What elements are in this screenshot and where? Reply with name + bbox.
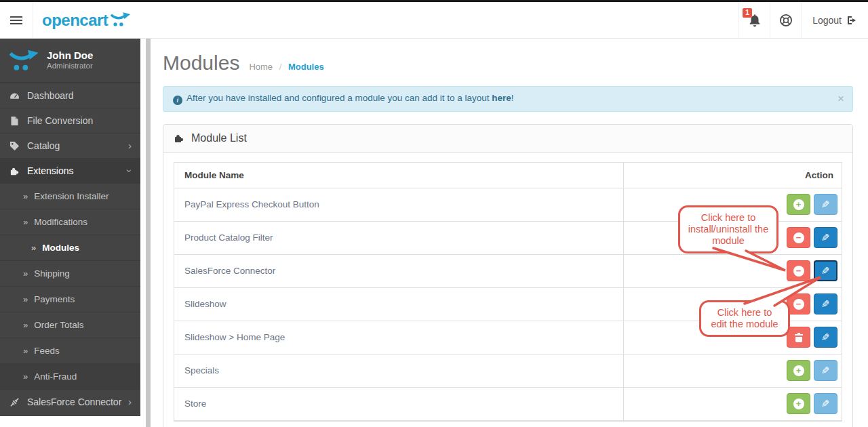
puzzle-icon bbox=[174, 133, 184, 144]
callout-install-uninstall: Click here to install/uninstall the modu… bbox=[678, 205, 778, 253]
double-arrow-icon: » bbox=[23, 371, 28, 382]
cart-swoosh-icon bbox=[111, 11, 131, 27]
delete-module-button[interactable] bbox=[787, 327, 810, 348]
info-icon: i bbox=[173, 96, 182, 105]
sidebar-item-file-conversion[interactable]: File Conversion bbox=[0, 108, 140, 133]
breadcrumb: Home / Modules bbox=[249, 62, 323, 72]
minus-circle-icon: − bbox=[793, 232, 804, 243]
alert-here-link[interactable]: here bbox=[492, 93, 511, 103]
uninstall-module-button[interactable]: − bbox=[787, 260, 810, 281]
sidebar-item-catalog[interactable]: Catalog › bbox=[0, 133, 140, 158]
edit-module-button[interactable]: ✎ bbox=[814, 360, 837, 381]
panel-heading: Module List bbox=[163, 125, 852, 153]
breadcrumb-current-link[interactable]: Modules bbox=[288, 62, 324, 72]
install-module-button[interactable]: + bbox=[787, 393, 810, 414]
tag-icon bbox=[9, 141, 20, 151]
pencil-icon: ✎ bbox=[821, 266, 830, 276]
module-name: Product Catalog Filter bbox=[174, 222, 623, 254]
double-arrow-icon: » bbox=[23, 320, 28, 330]
dashboard-icon bbox=[9, 91, 20, 101]
alert-close-icon[interactable]: × bbox=[837, 92, 844, 106]
action-cell: + ✎ bbox=[623, 354, 842, 387]
support-button[interactable] bbox=[770, 2, 801, 39]
module-name: Specials bbox=[174, 354, 623, 387]
panel-title: Module List bbox=[191, 132, 247, 144]
puzzle-icon bbox=[9, 166, 20, 176]
user-panel: John Doe Administrator bbox=[0, 39, 140, 83]
breadcrumb-home-link[interactable]: Home bbox=[249, 62, 273, 72]
table-row: Store + ✎ bbox=[174, 388, 842, 421]
uninstall-module-button[interactable]: − bbox=[787, 227, 810, 248]
logout-label: Logout bbox=[812, 15, 842, 26]
pencil-icon: ✎ bbox=[821, 299, 830, 309]
avatar-cart-icon bbox=[9, 47, 39, 72]
page-title: Modules bbox=[163, 51, 239, 75]
double-arrow-icon: » bbox=[31, 243, 36, 253]
logout-button[interactable]: Logout bbox=[801, 2, 868, 39]
sidebar-subitem-order-totals[interactable]: » Order Totals bbox=[0, 312, 140, 338]
scrollbar[interactable] bbox=[146, 39, 151, 427]
page-header: Modules Home / Modules bbox=[163, 51, 853, 75]
module-list-panel: Module List Module Name Action PayPal Ex… bbox=[163, 124, 853, 427]
sidebar-subitem-anti-fraud[interactable]: » Anti-Fraud bbox=[0, 363, 140, 389]
sidebar-item-salesforce-connector[interactable]: SalesForce Connector › bbox=[0, 389, 140, 414]
sidebar-subitem-feeds[interactable]: » Feeds bbox=[0, 338, 140, 363]
action-cell: − ✎ bbox=[623, 255, 842, 287]
module-name: Store bbox=[174, 388, 623, 420]
table-row: SalesForce Connector − ✎ bbox=[174, 255, 842, 288]
hamburger-icon bbox=[10, 16, 22, 18]
chevron-down-icon: › bbox=[125, 169, 136, 173]
sidebar-subitem-extension-installer[interactable]: » Extension Installer bbox=[0, 183, 140, 209]
double-arrow-icon: » bbox=[23, 191, 28, 201]
top-header: opencart 1 Logo bbox=[0, 2, 868, 39]
edit-module-button[interactable]: ✎ bbox=[814, 260, 837, 281]
sidebar-item-dashboard[interactable]: Dashboard bbox=[0, 83, 140, 108]
edit-module-button[interactable]: ✎ bbox=[814, 227, 837, 248]
edit-module-button[interactable]: ✎ bbox=[814, 194, 837, 215]
chevron-right-icon: › bbox=[128, 396, 132, 407]
plus-circle-icon: + bbox=[793, 365, 804, 376]
connector-icon bbox=[9, 397, 20, 407]
notifications-button[interactable]: 1 bbox=[738, 2, 770, 39]
minus-circle-icon: − bbox=[793, 266, 804, 277]
user-name: John Doe bbox=[47, 49, 93, 62]
module-name: Slideshow > Home Page bbox=[174, 321, 623, 354]
plus-circle-icon: + bbox=[793, 399, 804, 409]
table-header: Module Name Action bbox=[174, 163, 842, 188]
uninstall-module-button[interactable]: − bbox=[787, 293, 810, 314]
module-name: SalesForce Connector bbox=[174, 255, 623, 287]
table-row: Specials + ✎ bbox=[174, 354, 842, 388]
pencil-icon: ✎ bbox=[821, 399, 830, 409]
brand-text: opencart bbox=[42, 11, 108, 30]
double-arrow-icon: » bbox=[23, 217, 28, 227]
sidebar-subitem-shipping[interactable]: » Shipping bbox=[0, 260, 140, 286]
pencil-icon: ✎ bbox=[821, 332, 830, 342]
column-action: Action bbox=[623, 163, 842, 188]
minus-circle-icon: − bbox=[793, 299, 804, 310]
install-module-button[interactable]: + bbox=[787, 194, 810, 215]
breadcrumb-separator: / bbox=[279, 62, 282, 72]
sidebar-item-extensions[interactable]: Extensions › bbox=[0, 158, 140, 183]
double-arrow-icon: » bbox=[23, 294, 28, 304]
sidebar-subitem-payments[interactable]: » Payments bbox=[0, 286, 140, 312]
alert-text: After you have installed and configured … bbox=[186, 93, 492, 103]
edit-module-button[interactable]: ✎ bbox=[814, 393, 837, 414]
info-alert: iAfter you have installed and configured… bbox=[163, 86, 853, 112]
edit-module-button[interactable]: ✎ bbox=[814, 327, 837, 348]
edit-module-button[interactable]: ✎ bbox=[814, 293, 837, 314]
panel-body: Module Name Action PayPal Express Checko… bbox=[163, 153, 852, 427]
opencart-logo[interactable]: opencart bbox=[42, 11, 131, 30]
pencil-icon: ✎ bbox=[821, 232, 830, 243]
plus-circle-icon: + bbox=[793, 199, 804, 210]
chevron-right-icon: › bbox=[128, 140, 132, 151]
header-actions: 1 Logout bbox=[738, 2, 868, 39]
pencil-icon: ✎ bbox=[821, 199, 830, 209]
column-module-name: Module Name bbox=[174, 163, 623, 188]
logout-icon bbox=[846, 15, 857, 26]
install-module-button[interactable]: + bbox=[787, 360, 810, 381]
file-icon bbox=[9, 116, 20, 126]
sidebar-subitem-modifications[interactable]: » Modifications bbox=[0, 209, 140, 235]
sidebar-toggle-button[interactable] bbox=[0, 2, 33, 39]
notification-badge: 1 bbox=[743, 8, 752, 18]
sidebar-subitem-modules[interactable]: » Modules bbox=[0, 235, 140, 260]
